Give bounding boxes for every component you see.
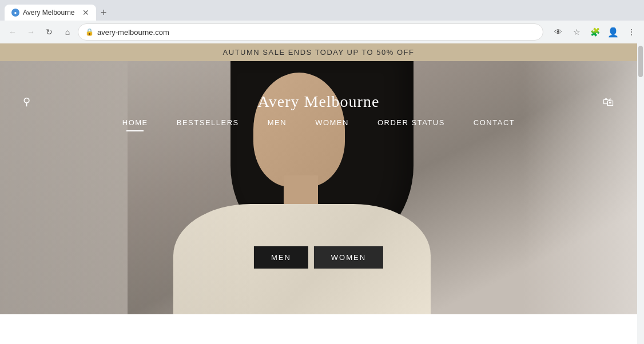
extensions-icon[interactable]: 🧩 [587,24,603,40]
tab-favicon: ● [11,9,19,17]
back-button[interactable]: ← [5,24,21,40]
forward-button[interactable]: → [23,24,39,40]
menu-icon[interactable]: ⋮ [623,24,639,40]
website-content: AUTUMN SALE ENDS TODAY UP TO 50% OFF [0,43,637,344]
active-tab[interactable]: ● Avery Melbourne ✕ [5,5,96,21]
cart-icon[interactable]: 🛍 [603,95,614,109]
home-button[interactable]: ⌂ [59,24,75,40]
star-icon[interactable]: ☆ [569,24,585,40]
eye-off-icon[interactable]: 👁 [550,24,566,40]
nav-item-men[interactable]: MEN [268,118,287,131]
user-icon-btn[interactable]: 👤 [605,24,621,40]
hero-section: ⚲ Avery Melbourne 🛍 HOME BESTSELLERS MEN… [0,61,637,314]
address-text: avery-melbourne.com [97,28,536,37]
nav-item-order-status[interactable]: ORDER STATUS [377,118,445,131]
main-nav: HOME BESTSELLERS MEN WOMEN ORDER STATUS … [0,118,637,131]
scrollbar-track[interactable] [637,43,644,344]
toolbar-icons: 👁 ☆ 🧩 👤 ⋮ [550,24,639,40]
tab-title: Avery Melbourne [23,9,79,17]
nav-item-contact[interactable]: CONTACT [474,118,515,131]
lock-icon: 🔒 [85,28,94,37]
nav-item-women[interactable]: WOMEN [315,118,349,131]
men-button[interactable]: MEN [254,246,308,269]
nav-item-bestsellers[interactable]: BESTSELLERS [177,118,239,131]
below-fold-section: Discover The Avery Collection! Our talen… [0,314,637,344]
scrollbar-thumb[interactable] [638,46,643,77]
hero-cta-buttons: MEN WOMEN [254,246,383,269]
site-logo: Avery Melbourne [258,93,380,111]
browser-toolbar: ← → ↻ ⌂ 🔒 avery-melbourne.com 👁 ☆ 🧩 👤 ⋮ [0,21,644,43]
refresh-button[interactable]: ↻ [41,24,57,40]
tab-close-button[interactable]: ✕ [82,8,89,17]
new-tab-button[interactable]: + [96,5,112,21]
tab-bar: ● Avery Melbourne ✕ + [0,0,644,21]
site-header: ⚲ Avery Melbourne 🛍 [0,81,637,122]
nav-item-home[interactable]: HOME [122,118,148,131]
promo-banner: AUTUMN SALE ENDS TODAY UP TO 50% OFF [0,43,637,61]
search-icon[interactable]: ⚲ [23,95,30,108]
address-bar[interactable]: 🔒 avery-melbourne.com [78,23,543,41]
promo-text: AUTUMN SALE ENDS TODAY UP TO 50% OFF [223,48,415,57]
women-button[interactable]: WOMEN [314,246,383,269]
